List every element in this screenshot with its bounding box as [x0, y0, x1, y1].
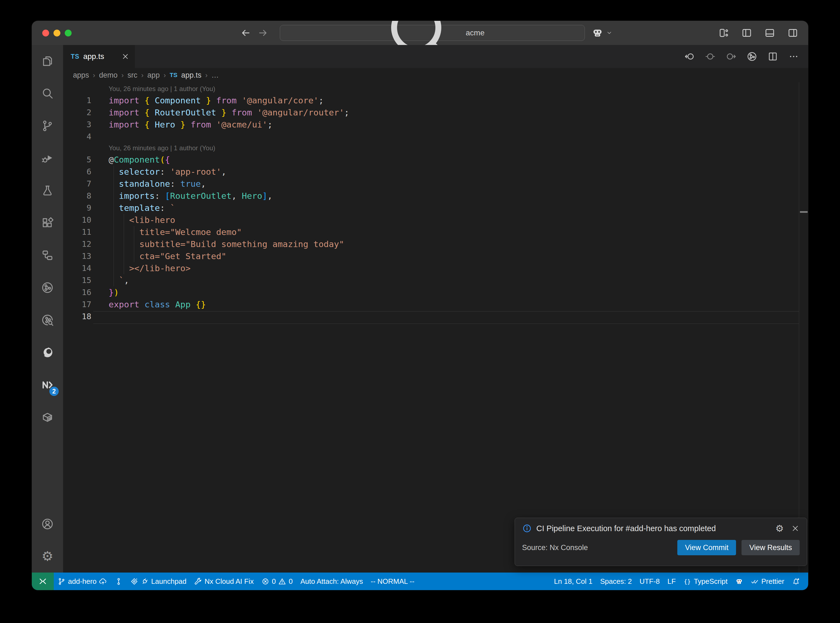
status-vim-mode[interactable]: -- NORMAL --: [367, 572, 418, 590]
activity-account-icon[interactable]: [32, 508, 63, 540]
activity-files-icon[interactable]: [32, 45, 63, 77]
nx-graph-circle-icon[interactable]: [747, 51, 757, 62]
status-copilot[interactable]: [731, 572, 747, 590]
bell-dot-icon: [792, 577, 800, 585]
activity-nx-icon[interactable]: 2: [32, 368, 63, 401]
activity-references-icon[interactable]: [32, 239, 63, 272]
status-bar: add-heroLaunchpadNx Cloud AI Fix00Auto A…: [32, 572, 808, 590]
layout-controls: [718, 28, 798, 38]
line-number: 10: [63, 214, 109, 226]
code-line: 9 template: `: [63, 202, 808, 214]
breadcrumb-item[interactable]: app: [147, 71, 160, 80]
status-language[interactable]: {}TypeScript: [680, 572, 731, 590]
activity-nx-graph-circle-icon[interactable]: [32, 272, 63, 304]
panel-left-icon[interactable]: [741, 28, 752, 38]
activity-extensions-icon[interactable]: [32, 207, 63, 239]
copilot-icon: [591, 27, 604, 39]
status-label: Auto Attach: Always: [300, 577, 363, 586]
line-number: 1: [63, 94, 109, 106]
view-results-button[interactable]: View Results: [742, 540, 800, 555]
code-editor[interactable]: You, 26 minutes ago | 1 author (You)1imp…: [63, 82, 808, 572]
activity-bar: 2⚙: [32, 45, 63, 572]
scrollbar-divider: [799, 82, 799, 572]
activity-search-icon[interactable]: [32, 77, 63, 110]
wrench-icon: [194, 577, 202, 585]
panel-right-icon[interactable]: [787, 28, 798, 38]
code-line: 17export class App {}: [63, 298, 808, 310]
minimize-window-button[interactable]: [54, 30, 60, 37]
activity-settings-gear-icon[interactable]: ⚙: [32, 540, 63, 572]
status-indentation[interactable]: Spaces: 2: [596, 572, 636, 590]
command-center-search[interactable]: acme: [280, 25, 585, 41]
split-editor-icon[interactable]: [768, 51, 778, 62]
code-line: 16}): [63, 286, 808, 298]
status-cursor-position[interactable]: Ln 18, Col 1: [550, 572, 596, 590]
line-number: 3: [63, 118, 109, 130]
notification-title: CI Pipeline Execution for #add-hero has …: [536, 524, 771, 533]
ellipsis-icon[interactable]: [788, 51, 799, 62]
notification-settings-gear-icon[interactable]: ⚙: [776, 524, 784, 533]
activity-beaker-icon[interactable]: [32, 174, 63, 207]
breadcrumb-item[interactable]: src: [127, 71, 137, 80]
status-label: 0: [272, 577, 276, 586]
line-number: 14: [63, 262, 109, 274]
status-label: UTF-8: [639, 577, 660, 586]
copilot-menu[interactable]: [591, 27, 613, 39]
code-lines: You, 26 minutes ago | 1 author (You)1imp…: [63, 83, 808, 322]
breadcrumb-item[interactable]: apps: [73, 71, 89, 80]
activity-debug-alt-icon[interactable]: [32, 142, 63, 174]
breadcrumb-item[interactable]: demo: [99, 71, 118, 80]
tab-app-ts[interactable]: TS app.ts: [63, 45, 135, 68]
status-nx-cloud-ai-fix[interactable]: Nx Cloud AI Fix: [190, 572, 258, 590]
status-formatter[interactable]: Prettier: [747, 572, 788, 590]
notification-close-icon[interactable]: [791, 524, 800, 533]
breadcrumb-file[interactable]: app.ts: [181, 71, 202, 80]
line-number: 12: [63, 238, 109, 250]
circle-dashes-icon[interactable]: [705, 51, 716, 62]
line-number: 7: [63, 178, 109, 190]
status-notifications[interactable]: [788, 572, 804, 590]
navigate-back-button[interactable]: [240, 28, 251, 38]
breadcrumb-more[interactable]: …: [212, 71, 219, 80]
status-auto-attach[interactable]: Auto Attach: Always: [296, 572, 367, 590]
status-eol[interactable]: LF: [663, 572, 680, 590]
status-launchpad[interactable]: Launchpad: [126, 572, 190, 590]
typescript-file-icon: TS: [169, 72, 177, 79]
line-number: 4: [63, 130, 109, 143]
breadcrumb: apps›demo›src›app›TSapp.ts›…: [63, 68, 808, 82]
activity-container-icon[interactable]: [32, 401, 63, 433]
status-label: Launchpad: [151, 577, 187, 586]
view-commit-button[interactable]: View Commit: [677, 540, 736, 555]
code-line: 2import { RouterOutlet } from '@angular/…: [63, 106, 808, 118]
open-changes-back-icon[interactable]: [684, 51, 695, 62]
activity-source-control-icon[interactable]: [32, 110, 63, 142]
panel-bottom-icon[interactable]: [764, 28, 775, 38]
circle-arrow-right-icon[interactable]: [726, 51, 736, 62]
maximize-window-button[interactable]: [65, 30, 72, 37]
layout-customize-icon[interactable]: [718, 28, 729, 38]
code-line: 14 ></lib-hero>: [63, 262, 808, 274]
navigate-forward-button[interactable]: [258, 28, 269, 38]
status-encoding[interactable]: UTF-8: [636, 572, 663, 590]
status-label: add-hero: [68, 577, 97, 586]
remote-indicator[interactable]: [32, 572, 54, 590]
code-line: 13 cta="Get Started": [63, 250, 808, 262]
nx-graph-search-icon: [41, 314, 54, 326]
code-line: 4: [63, 130, 808, 143]
plug-icon: [141, 577, 149, 585]
line-number: 15: [63, 274, 109, 286]
pipeline-icon: [115, 577, 123, 585]
close-window-button[interactable]: [42, 30, 49, 37]
beaker-icon: [41, 184, 54, 197]
status-pipeline[interactable]: [111, 572, 126, 590]
line-number: 8: [63, 190, 109, 202]
status-problems[interactable]: 00: [258, 572, 296, 590]
status-git-branch[interactable]: add-hero: [54, 572, 111, 590]
status-bar-left: add-heroLaunchpadNx Cloud AI Fix00Auto A…: [54, 572, 418, 590]
status-label: Prettier: [761, 577, 784, 586]
tab-close-button[interactable]: [121, 52, 130, 61]
copilot-icon: [735, 577, 743, 585]
activity-edge-icon[interactable]: [32, 336, 63, 368]
status-label: LF: [668, 577, 676, 586]
activity-nx-graph-search-icon[interactable]: [32, 304, 63, 336]
